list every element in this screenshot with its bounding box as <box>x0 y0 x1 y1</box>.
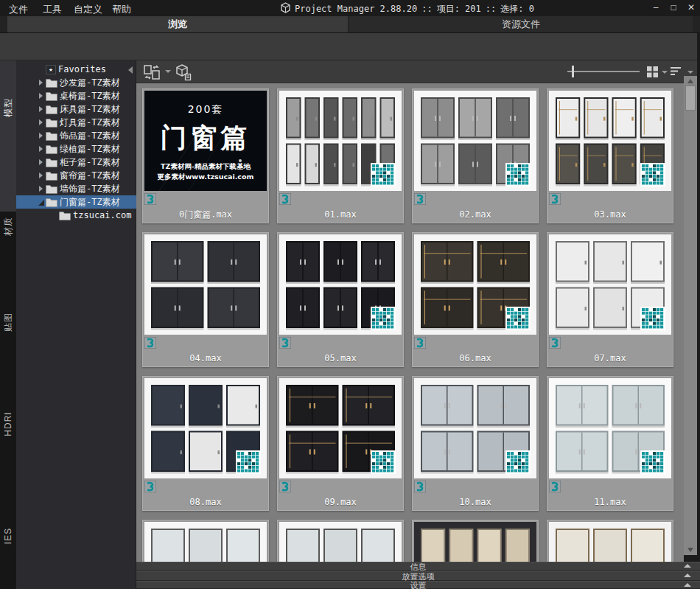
sync-previews-icon[interactable] <box>143 64 162 80</box>
asset-thumbnail[interactable]: 01.max <box>277 88 404 223</box>
scroll-down-icon[interactable] <box>687 548 693 552</box>
titlebar: 文件 工具 自定义 帮助 Project Manager 2.88.20::项目… <box>0 0 700 16</box>
tree-expand-icon[interactable] <box>37 78 46 87</box>
grid-view-dropdown-icon[interactable] <box>662 71 668 74</box>
tree-expand-icon[interactable] <box>37 91 46 100</box>
tree-item[interactable]: 窗帘篇-TZ素材 <box>16 169 136 182</box>
tree-item[interactable]: 柜子篇-TZ素材 <box>16 156 136 169</box>
scroll-up-icon[interactable] <box>687 79 693 83</box>
tree-expand-icon[interactable] <box>37 198 46 206</box>
asset-thumbnail[interactable]: 200套门窗篇TZ素材网-精品素材下载基地更多素材www.tzsucai.com… <box>142 88 269 223</box>
asset-preview <box>279 91 402 191</box>
max-badge-icon <box>279 193 291 205</box>
category-tab-4[interactable]: HDRI <box>3 411 13 436</box>
asset-preview <box>414 234 536 335</box>
tree-item[interactable]: 绿植篇-TZ素材 <box>16 142 136 156</box>
tree-item[interactable]: 饰品篇-TZ素材 <box>16 129 136 142</box>
tree-item-label: 门窗篇-TZ素材 <box>60 196 120 209</box>
tree-item[interactable]: tzsucai.com <box>16 209 136 222</box>
tree-item[interactable]: ★Favorites <box>16 63 136 76</box>
folder-icon <box>59 211 71 220</box>
menu-customize[interactable]: 自定义 <box>74 3 102 16</box>
svg-text:更多素材www.tzsucai.com: 更多素材www.tzsucai.com <box>158 172 254 181</box>
tree-item-label: 饰品篇-TZ素材 <box>60 130 120 142</box>
tree-item-label: 桌椅篇-TZ素材 <box>60 90 120 102</box>
asset-preview <box>279 522 402 562</box>
menu-tools[interactable]: 工具 <box>43 3 62 16</box>
folder-icon <box>46 184 57 194</box>
asset-label: 04.max <box>143 351 268 366</box>
tree-expand-icon[interactable] <box>37 184 46 193</box>
minimize-button[interactable]: – <box>648 1 663 13</box>
sort-icon[interactable] <box>670 66 682 77</box>
tree-item[interactable]: 床具篇-TZ素材 <box>16 102 136 116</box>
asset-thumbnail[interactable]: 07.max <box>547 232 673 367</box>
menu-file[interactable]: 文件 <box>9 3 28 16</box>
tree-item[interactable]: 灯具篇-TZ素材 <box>16 116 136 129</box>
asset-label: 03.max <box>547 207 673 223</box>
asset-preview <box>414 378 536 478</box>
maximize-button[interactable]: □ <box>666 1 681 13</box>
tree-expand-icon[interactable] <box>37 118 46 127</box>
thumbnail-size-slider-handle[interactable] <box>572 66 574 77</box>
grid-view-icon[interactable] <box>646 66 659 78</box>
settings-rollup-icon[interactable] <box>684 583 691 587</box>
category-tab-2[interactable]: 材质 <box>2 217 15 236</box>
tree-expand-icon[interactable] <box>37 144 46 153</box>
max-badge-icon <box>144 193 156 205</box>
tree-expand-icon[interactable] <box>37 171 46 180</box>
info-rollup-icon[interactable] <box>684 564 691 568</box>
asset-label: 01.max <box>278 207 403 223</box>
category-tab-5[interactable]: IES <box>3 528 13 544</box>
tree-expand-icon[interactable] <box>37 105 46 114</box>
asset-thumbnail[interactable]: 08.max <box>142 376 269 511</box>
tree-item-label: 绿植篇-TZ素材 <box>60 143 120 156</box>
max-badge-icon <box>414 337 426 349</box>
asset-thumbnail[interactable]: 03.max <box>547 88 673 223</box>
asset-thumbnail[interactable]: 06.max <box>412 232 539 367</box>
max-badge-icon <box>549 481 561 492</box>
asset-preview: 200套门窗篇TZ素材网-精品素材下载基地更多素材www.tzsucai.com <box>144 91 267 191</box>
settings-panel-header[interactable]: 设置 <box>136 581 700 589</box>
tree-item[interactable]: 桌椅篇-TZ素材 <box>16 89 136 102</box>
info-panel-label: 信息 <box>410 562 427 571</box>
tab-resources[interactable]: 资源文件 <box>349 16 693 32</box>
asset-thumbnail[interactable] <box>277 520 404 562</box>
asset-thumbnail[interactable]: 10.max <box>412 376 539 511</box>
tree-expand-icon[interactable] <box>37 131 46 140</box>
asset-thumbnail[interactable]: 02.max <box>412 88 539 223</box>
scrollbar-thumb[interactable] <box>685 86 696 111</box>
category-tab-3[interactable]: 贴图 <box>2 313 15 332</box>
placement-panel-header[interactable]: 放置选项 <box>136 571 700 581</box>
sync-previews-dropdown-icon[interactable] <box>165 70 171 73</box>
tree-item-selected[interactable]: 门窗篇-TZ素材 <box>16 195 136 209</box>
max-badge-icon <box>414 481 426 492</box>
thumbnail-grid: 200套门窗篇TZ素材网-精品素材下载基地更多素材www.tzsucai.com… <box>136 83 684 562</box>
grid-scrollbar[interactable] <box>684 76 697 555</box>
thumbnail-size-slider[interactable] <box>567 71 640 72</box>
asset-thumbnail[interactable] <box>412 520 539 562</box>
asset-thumbnail[interactable]: 09.max <box>277 376 404 511</box>
folder-icon <box>46 158 57 167</box>
asset-thumbnail[interactable] <box>547 520 673 562</box>
menu-help[interactable]: 帮助 <box>112 3 131 16</box>
merge-model-icon[interactable] <box>175 63 192 81</box>
tree-item[interactable]: 沙发篇-TZ素材 <box>16 76 136 89</box>
info-panel-header[interactable]: 信息 <box>136 562 700 571</box>
svg-text:TZ素材网-精品素材下载基地: TZ素材网-精品素材下载基地 <box>161 162 251 170</box>
asset-preview <box>279 234 402 335</box>
tree-item-label: 床具篇-TZ素材 <box>60 103 120 116</box>
tree-arrow-spacer <box>37 65 46 74</box>
asset-thumbnail[interactable]: 11.max <box>547 376 673 511</box>
asset-thumbnail[interactable]: 04.max <box>142 232 269 367</box>
category-tab-1[interactable]: 模型 <box>2 98 15 117</box>
close-button[interactable]: ✕ <box>684 1 699 13</box>
tab-browse[interactable]: 浏览 <box>7 16 348 32</box>
placement-rollup-icon[interactable] <box>684 574 691 577</box>
asset-thumbnail[interactable]: 05.max <box>277 232 404 367</box>
settings-panel-label: 设置 <box>410 581 427 589</box>
asset-thumbnail[interactable] <box>142 520 269 562</box>
sort-dropdown-icon[interactable] <box>687 71 693 74</box>
tree-item[interactable]: 墙饰篇-TZ素材 <box>16 182 136 195</box>
tree-expand-icon[interactable] <box>37 158 46 167</box>
